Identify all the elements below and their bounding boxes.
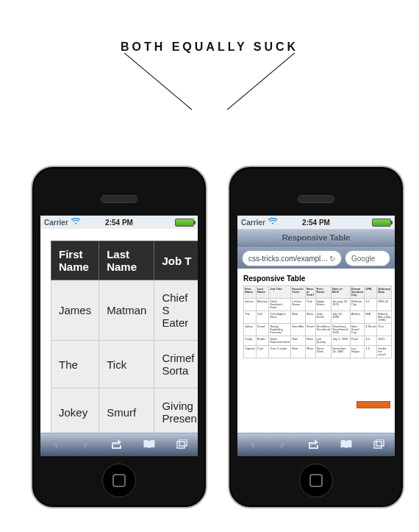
col-header: Last Name [256,286,268,299]
bookmarks-button[interactable] [340,439,353,451]
clock: 2:54 PM [40,219,198,227]
table-cell: N/A [365,311,377,324]
table-cell: Athens [350,311,364,324]
tabs-button[interactable] [176,439,187,451]
table-cell: One [377,324,392,336]
table-cell: Jokey [244,324,257,336]
clock: 2:54 PM [237,219,395,227]
table-cell: Chief Sandwich Eater [269,299,291,311]
table-cell: The [51,341,99,389]
table-cell: Smurf [305,324,315,336]
address-bar: css-tricks.com/exampl… ↻ Google [237,247,395,271]
table-cell: July 19, 1968 [331,311,350,324]
table-cell: Jokey [51,389,99,434]
col-header: Job T [154,241,198,280]
back-button[interactable] [248,439,257,451]
phone-speaker [101,195,137,203]
col-header: Dream Vacation City [350,286,364,299]
table-row: JamesMatmanChief SEater [51,280,198,341]
home-button[interactable] [299,464,333,497]
table-cell: January 13, 1979 [331,299,350,311]
tabs-button[interactable] [373,439,384,451]
diagonal-line-right [227,53,296,110]
table-row: CindyBeylerSales RepresentativeRedWarsLo… [244,336,392,346]
home-button[interactable] [102,464,136,497]
col-header: Arbitrary Data [377,286,392,299]
table-cell: CrimefSorta [154,341,198,389]
browser-toolbar [237,433,395,456]
url-text: css-tricks.com/exampl… [248,255,328,263]
table-cell: December 13, 1982 [331,346,350,358]
forward-button[interactable] [278,439,287,451]
table-row: JamesMatmanChief Sandwich EaterLettuce G… [244,299,392,311]
table-row: CaptainCoolTree CrusherBlueWarsSteve 42n… [244,346,392,358]
table-cell: 3.4 [365,336,377,346]
diagonal-line-left [124,53,193,110]
url-field[interactable]: css-tricks.com/exampl… ↻ [242,250,342,266]
table-cell: Tick [99,341,154,389]
table-cell: James [244,299,257,311]
table-cell: Gotham City [350,299,364,311]
col-header: First Name [51,241,99,280]
phone-speaker [298,195,334,203]
table-cell: The [244,311,257,324]
phone-screen-left: Carrier 2:54 PM First NameLast NameJob T… [40,216,198,456]
bookmarks-button[interactable] [143,439,156,451]
table-cell: 4.Smurf [365,324,377,336]
table-cell: Paris [350,336,364,346]
table-cell: Cindy [244,336,257,346]
refresh-icon[interactable]: ↻ [329,255,335,263]
heading: BOTH EQUALLY SUCK [0,40,419,54]
table-cell: Matman [256,299,268,311]
table-row: JokeySmurfGiving Exploding PresentsSmurf… [244,324,392,336]
table-cell: 3451 [377,336,392,346]
table-cell: Red [291,336,306,346]
table-cell: Giving Exploding Presents [269,324,291,336]
table-cell: Blue [291,311,306,324]
col-header: Date of Birth [331,286,350,299]
share-button[interactable] [111,439,122,451]
svg-rect-3 [376,439,384,446]
battery-icon [175,219,194,227]
table-cell: RBX-12 [377,299,392,311]
table-cell: Cool [256,346,268,358]
table-cell: 1.9 [365,346,377,358]
table-cell: Wars [305,311,315,324]
search-field[interactable]: Google [345,250,390,266]
svg-rect-0 [177,441,185,448]
col-header: Job Title [269,286,291,299]
page-title-bar: Responsive Table [237,230,395,247]
viewport-right: Responsive Table First NameLast NameJob … [237,269,395,433]
col-header: First Name [244,286,257,299]
table-cell: GivingPresen [154,389,198,434]
table-cell: Smurflane Smurfmutt [315,324,331,336]
table-cell: Smurfuary Smurfteenth, 1945 [331,324,350,336]
table-cell: Matman [99,280,154,341]
phone-screen-right: Carrier 2:54 PM Responsive Table css-tri… [237,216,395,456]
table-cell: Sales Representative [269,336,291,346]
col-header: Wars or Trek? [305,286,315,299]
phone-left: Carrier 2:54 PM First NameLast NameJob T… [31,166,207,508]
battery-icon [372,219,391,227]
table-cell: Lori Quivey [315,336,331,346]
table-cell: 3.1 [365,299,377,311]
table-cell: John Smith [315,311,331,324]
share-button[interactable] [308,439,319,451]
forward-button[interactable] [81,439,90,451]
table-cell: Lettuce Green [291,299,306,311]
table-cell: Edlund, Ben (July 1996) [377,311,392,324]
table-cell: Blue [291,346,306,358]
back-button[interactable] [51,439,60,451]
table-cell: Smurflike [291,324,306,336]
data-table-zoomed: First NameLast NameJob T JamesMatmanChie… [51,241,198,433]
table-cell: Beyler [256,336,268,346]
col-header: Favorite Color [291,286,306,299]
table-cell: Crimefighter Sorta [269,311,291,324]
table-row: TheTickCrimefSorta [51,341,198,389]
col-header: GPA [365,286,377,299]
svg-rect-1 [179,439,187,446]
table-cell: Tree Crusher [269,346,291,358]
col-header: Porn Name [315,286,331,299]
doc-title: Responsive Table [243,274,389,283]
browser-toolbar [40,433,198,456]
